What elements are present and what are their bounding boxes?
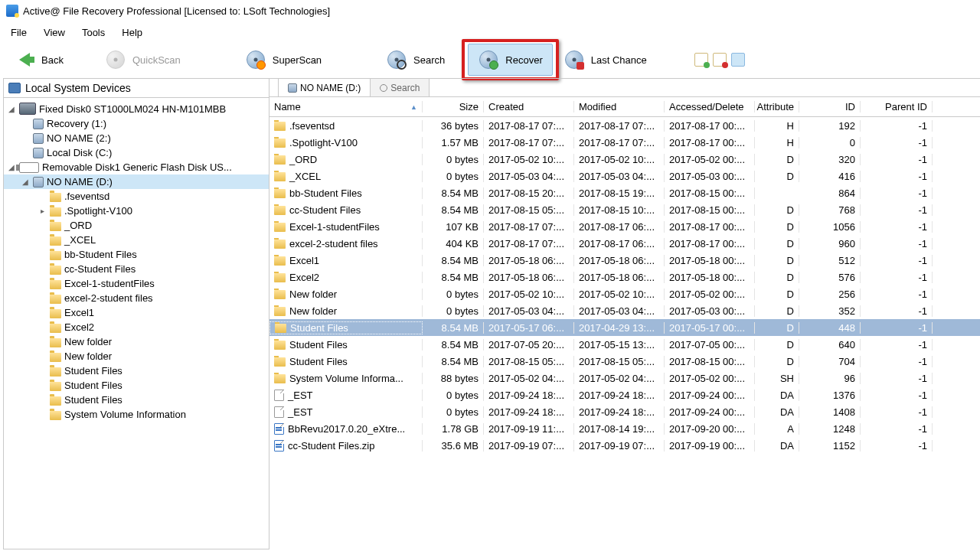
tree-disk0[interactable]: ◢Fixed Disk0 ST1000LM024 HN-M101MBB: [4, 101, 269, 116]
folder-icon: [274, 189, 286, 198]
col-parent-id[interactable]: Parent ID: [861, 101, 933, 112]
folder-icon: [50, 222, 61, 231]
menu-help[interactable]: Help: [114, 24, 150, 41]
table-header[interactable]: Name▲ Size Created Modified Accessed/Del…: [270, 97, 980, 117]
search-icon: [386, 49, 407, 70]
tree-header-label: Local System Devices: [25, 82, 131, 94]
device-tree[interactable]: Local System Devices ◢Fixed Disk0 ST1000…: [3, 78, 270, 549]
lastchance-button[interactable]: Last Chance: [554, 44, 656, 75]
tree-folder-8[interactable]: Excel1: [4, 305, 269, 320]
tab-search[interactable]: Search: [371, 79, 430, 96]
table-row[interactable]: bb-Student Files8.54 MB2017-08-15 20:...…: [270, 184, 980, 201]
file-icon: [274, 423, 284, 435]
menu-view[interactable]: View: [36, 24, 73, 41]
doc-remove-icon[interactable]: [713, 53, 727, 67]
folder-icon: [274, 357, 286, 367]
menu-file[interactable]: File: [3, 24, 34, 41]
recover-highlight: Recover: [462, 39, 558, 80]
table-row[interactable]: .fseventsd36 bytes2017-08-17 07:...2017-…: [270, 117, 980, 134]
doc-ok-icon[interactable]: [694, 53, 708, 67]
content-pane: NO NAME (D:) Search Name▲ Size Created M…: [270, 78, 980, 551]
volume-icon: [33, 148, 44, 158]
tree-folder-10[interactable]: New folder: [4, 334, 269, 349]
table-row[interactable]: _ORD0 bytes2017-05-02 10:...2017-05-02 1…: [270, 151, 980, 168]
volume-icon: [33, 133, 44, 144]
table-row[interactable]: Student Files8.54 MB2017-08-15 05:...201…: [270, 353, 980, 370]
tree-folder-4[interactable]: bb-Student Files: [4, 247, 269, 262]
folder-icon: [50, 266, 61, 275]
table-row[interactable]: _EST0 bytes2017-09-24 18:...2017-09-24 1…: [270, 403, 980, 420]
tabs: NO NAME (D:) Search: [270, 79, 980, 97]
table-row[interactable]: Student Files8.54 MB2017-05-17 06:...201…: [270, 319, 980, 336]
table-row[interactable]: _XCEL0 bytes2017-05-03 04:...2017-05-03 …: [270, 168, 980, 184]
tree-disk0-vol-0[interactable]: Recovery (1:): [4, 116, 269, 131]
table-row[interactable]: New folder0 bytes2017-05-03 04:...2017-0…: [270, 302, 980, 319]
table-row[interactable]: .Spotlight-V1001.57 MB2017-08-17 07:...2…: [270, 134, 980, 151]
folder-icon: [50, 382, 61, 391]
table-row[interactable]: _EST0 bytes2017-09-24 18:...2017-09-24 1…: [270, 386, 980, 403]
tree-folder-11[interactable]: New folder: [4, 349, 269, 364]
folder-icon: [274, 374, 286, 383]
tree-folder-15[interactable]: System Volume Information: [4, 407, 269, 422]
table-row[interactable]: System Volume Informa...88 bytes2017-05-…: [270, 370, 980, 386]
col-accessed[interactable]: Accessed/Delete: [665, 101, 755, 112]
quickscan-icon: [105, 49, 126, 70]
search-tab-icon: [380, 84, 387, 92]
search-button[interactable]: Search: [377, 44, 454, 75]
tree-folder-7[interactable]: excel-2-student files: [4, 291, 269, 305]
app-icon: [6, 5, 18, 17]
table-row[interactable]: cc-Student Files8.54 MB2017-08-15 05:...…: [270, 201, 980, 218]
tree-disk0-vol-2[interactable]: Local Disk (C:): [4, 145, 269, 160]
tree-folder-0[interactable]: .fseventsd: [4, 189, 269, 204]
menu-tools[interactable]: Tools: [74, 24, 113, 41]
tree-disk0-vol-1[interactable]: NO NAME (2:): [4, 131, 269, 145]
tree-folder-1[interactable]: ▸.Spotlight-V100: [4, 204, 269, 218]
folder-icon: [275, 324, 286, 333]
folder-icon: [274, 155, 286, 165]
col-created[interactable]: Created: [484, 101, 574, 112]
col-id[interactable]: ID: [799, 101, 861, 112]
tab-search-label: Search: [390, 83, 420, 93]
table-row[interactable]: New folder0 bytes2017-05-02 10:...2017-0…: [270, 285, 980, 302]
file-rows: .fseventsd36 bytes2017-08-17 07:...2017-…: [270, 117, 980, 454]
table-row[interactable]: Excel-1-studentFiles107 KB2017-08-17 07:…: [270, 218, 980, 235]
folder-icon: [50, 193, 61, 202]
monitor-icon: [8, 83, 21, 93]
tree-folder-14[interactable]: Student Files: [4, 393, 269, 407]
back-button[interactable]: Back: [5, 44, 73, 75]
table-row[interactable]: Student Files8.54 MB2017-07-05 20:...201…: [270, 336, 980, 353]
table-row[interactable]: excel-2-student files404 KB2017-08-17 07…: [270, 235, 980, 252]
tree-folder-12[interactable]: Student Files: [4, 364, 269, 378]
toolbar: Back QuickScan SuperScan Search Recover …: [0, 43, 980, 77]
superscan-button[interactable]: SuperScan: [236, 44, 331, 75]
tree-folder-13[interactable]: Student Files: [4, 378, 269, 393]
table-row[interactable]: Excel18.54 MB2017-05-18 06:...2017-05-18…: [270, 252, 980, 269]
recover-button[interactable]: Recover: [468, 44, 552, 76]
tree-folder-5[interactable]: cc-Student Files: [4, 262, 269, 276]
superscan-icon: [245, 49, 266, 70]
tree-disk1[interactable]: ◢Removable Disk1 Generic Flash Disk US..…: [4, 160, 269, 174]
volume-icon: [288, 83, 297, 93]
col-attributes[interactable]: Attribute: [755, 101, 799, 112]
main-area: Local System Devices ◢Fixed Disk0 ST1000…: [0, 77, 980, 551]
col-size[interactable]: Size: [423, 101, 484, 112]
table-row[interactable]: BbRevu2017.0.20_eXtre...1.78 GB2017-09-1…: [270, 420, 980, 437]
folder-icon: [274, 172, 286, 181]
tree-noname[interactable]: ◢NO NAME (D:): [4, 174, 269, 189]
col-name[interactable]: Name▲: [270, 101, 423, 112]
tab-noname[interactable]: NO NAME (D:): [279, 79, 371, 96]
file-icon: [274, 390, 284, 401]
tree-folder-9[interactable]: Excel2: [4, 320, 269, 334]
col-modified[interactable]: Modified: [574, 101, 665, 112]
recover-label: Recover: [505, 54, 542, 66]
table-row[interactable]: Excel28.54 MB2017-05-18 06:...2017-05-18…: [270, 269, 980, 285]
table-row[interactable]: cc-Student Files.zip35.6 MB2017-09-19 07…: [270, 437, 980, 454]
doc-view-icon[interactable]: [731, 53, 745, 67]
tree-folder-2[interactable]: _ORD: [4, 218, 269, 233]
folder-icon: [50, 309, 61, 318]
tree-folder-3[interactable]: _XCEL: [4, 233, 269, 247]
folder-icon: [50, 367, 61, 377]
search-label: Search: [413, 54, 445, 66]
window-title: Active@ File Recovery Professional [Lice…: [23, 5, 330, 17]
tree-folder-6[interactable]: Excel-1-studentFiles: [4, 276, 269, 291]
